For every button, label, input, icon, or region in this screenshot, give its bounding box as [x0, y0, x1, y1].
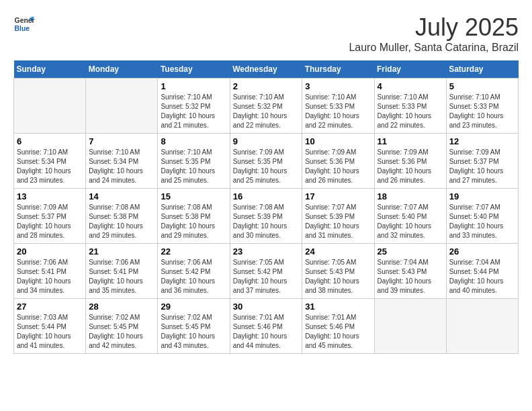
calendar-cell: 31Sunrise: 7:01 AM Sunset: 5:46 PM Dayli…	[302, 299, 374, 354]
day-number: 17	[305, 191, 371, 201]
weekday-header: Tuesday	[158, 60, 230, 79]
day-number: 2	[233, 81, 300, 91]
calendar-week-row: 1Sunrise: 7:10 AM Sunset: 5:32 PM Daylig…	[14, 79, 519, 134]
calendar-cell: 26Sunrise: 7:04 AM Sunset: 5:44 PM Dayli…	[446, 244, 518, 299]
calendar-table: SundayMondayTuesdayWednesdayThursdayFrid…	[13, 60, 519, 354]
day-number: 11	[378, 136, 443, 146]
calendar-cell: 25Sunrise: 7:04 AM Sunset: 5:43 PM Dayli…	[374, 244, 446, 299]
day-info: Sunrise: 7:02 AM Sunset: 5:45 PM Dayligh…	[161, 313, 226, 351]
day-number: 10	[305, 136, 371, 146]
calendar-cell: 20Sunrise: 7:06 AM Sunset: 5:41 PM Dayli…	[14, 244, 86, 299]
day-info: Sunrise: 7:07 AM Sunset: 5:40 PM Dayligh…	[378, 203, 443, 240]
day-number: 31	[305, 302, 371, 312]
day-info: Sunrise: 7:10 AM Sunset: 5:33 PM Dayligh…	[449, 93, 515, 130]
day-number: 9	[233, 136, 300, 146]
day-number: 25	[378, 246, 443, 257]
day-info: Sunrise: 7:10 AM Sunset: 5:34 PM Dayligh…	[17, 148, 83, 185]
day-info: Sunrise: 7:10 AM Sunset: 5:33 PM Dayligh…	[305, 93, 371, 130]
calendar-cell: 4Sunrise: 7:10 AM Sunset: 5:33 PM Daylig…	[374, 79, 446, 134]
calendar-cell: 16Sunrise: 7:08 AM Sunset: 5:39 PM Dayli…	[230, 189, 302, 244]
day-info: Sunrise: 7:10 AM Sunset: 5:33 PM Dayligh…	[378, 93, 443, 130]
calendar-cell	[374, 299, 446, 354]
calendar-cell: 3Sunrise: 7:10 AM Sunset: 5:33 PM Daylig…	[302, 79, 374, 134]
calendar-week-row: 20Sunrise: 7:06 AM Sunset: 5:41 PM Dayli…	[14, 244, 519, 299]
day-info: Sunrise: 7:10 AM Sunset: 5:32 PM Dayligh…	[233, 93, 300, 130]
day-info: Sunrise: 7:05 AM Sunset: 5:43 PM Dayligh…	[305, 258, 371, 295]
day-info: Sunrise: 7:09 AM Sunset: 5:35 PM Dayligh…	[233, 148, 300, 185]
day-info: Sunrise: 7:07 AM Sunset: 5:40 PM Dayligh…	[449, 203, 515, 240]
day-number: 16	[233, 191, 300, 201]
day-info: Sunrise: 7:01 AM Sunset: 5:46 PM Dayligh…	[305, 313, 371, 351]
day-info: Sunrise: 7:10 AM Sunset: 5:32 PM Dayligh…	[161, 93, 226, 130]
calendar-cell: 11Sunrise: 7:09 AM Sunset: 5:36 PM Dayli…	[374, 134, 446, 189]
day-number: 24	[305, 246, 371, 257]
calendar-cell: 18Sunrise: 7:07 AM Sunset: 5:40 PM Dayli…	[374, 189, 446, 244]
day-info: Sunrise: 7:06 AM Sunset: 5:42 PM Dayligh…	[161, 258, 226, 295]
svg-text:Blue: Blue	[15, 25, 30, 32]
calendar-cell: 23Sunrise: 7:05 AM Sunset: 5:42 PM Dayli…	[230, 244, 302, 299]
day-number: 5	[449, 81, 515, 91]
page-header: General Blue July 2025 Lauro Muller, San…	[13, 13, 519, 54]
day-number: 28	[89, 302, 154, 312]
calendar-cell: 29Sunrise: 7:02 AM Sunset: 5:45 PM Dayli…	[158, 299, 230, 354]
calendar-cell: 12Sunrise: 7:09 AM Sunset: 5:37 PM Dayli…	[446, 134, 518, 189]
calendar-cell: 10Sunrise: 7:09 AM Sunset: 5:36 PM Dayli…	[302, 134, 374, 189]
day-info: Sunrise: 7:08 AM Sunset: 5:38 PM Dayligh…	[161, 203, 226, 240]
day-number: 8	[161, 136, 226, 146]
day-info: Sunrise: 7:08 AM Sunset: 5:38 PM Dayligh…	[89, 203, 154, 240]
day-info: Sunrise: 7:04 AM Sunset: 5:43 PM Dayligh…	[378, 258, 443, 295]
day-number: 13	[17, 191, 83, 201]
day-info: Sunrise: 7:05 AM Sunset: 5:42 PM Dayligh…	[233, 258, 300, 295]
day-number: 23	[233, 246, 300, 257]
calendar-cell: 13Sunrise: 7:09 AM Sunset: 5:37 PM Dayli…	[14, 189, 86, 244]
calendar-cell: 21Sunrise: 7:06 AM Sunset: 5:41 PM Dayli…	[86, 244, 158, 299]
weekday-header-row: SundayMondayTuesdayWednesdayThursdayFrid…	[14, 60, 519, 79]
calendar-cell: 15Sunrise: 7:08 AM Sunset: 5:38 PM Dayli…	[158, 189, 230, 244]
day-info: Sunrise: 7:01 AM Sunset: 5:46 PM Dayligh…	[233, 313, 300, 351]
day-number: 14	[89, 191, 154, 201]
calendar-cell	[446, 299, 518, 354]
calendar-week-row: 6Sunrise: 7:10 AM Sunset: 5:34 PM Daylig…	[14, 134, 519, 189]
day-number: 6	[17, 136, 83, 146]
day-info: Sunrise: 7:08 AM Sunset: 5:39 PM Dayligh…	[233, 203, 300, 240]
day-number: 22	[161, 246, 226, 257]
day-info: Sunrise: 7:10 AM Sunset: 5:35 PM Dayligh…	[161, 148, 226, 185]
day-number: 3	[305, 81, 371, 91]
calendar-cell	[86, 79, 158, 134]
calendar-cell: 22Sunrise: 7:06 AM Sunset: 5:42 PM Dayli…	[158, 244, 230, 299]
day-info: Sunrise: 7:03 AM Sunset: 5:44 PM Dayligh…	[17, 313, 83, 351]
logo: General Blue	[13, 13, 35, 35]
calendar-cell	[14, 79, 86, 134]
day-info: Sunrise: 7:02 AM Sunset: 5:45 PM Dayligh…	[89, 313, 154, 351]
calendar-cell: 6Sunrise: 7:10 AM Sunset: 5:34 PM Daylig…	[14, 134, 86, 189]
weekday-header: Monday	[86, 60, 158, 79]
calendar-cell: 24Sunrise: 7:05 AM Sunset: 5:43 PM Dayli…	[302, 244, 374, 299]
title-area: July 2025 Lauro Muller, Santa Catarina, …	[349, 13, 519, 54]
weekday-header: Saturday	[446, 60, 518, 79]
logo-icon: General Blue	[13, 13, 35, 35]
location-subtitle: Lauro Muller, Santa Catarina, Brazil	[349, 42, 519, 54]
day-number: 26	[449, 246, 515, 257]
day-number: 21	[89, 246, 154, 257]
calendar-cell: 17Sunrise: 7:07 AM Sunset: 5:39 PM Dayli…	[302, 189, 374, 244]
calendar-cell: 28Sunrise: 7:02 AM Sunset: 5:45 PM Dayli…	[86, 299, 158, 354]
day-info: Sunrise: 7:06 AM Sunset: 5:41 PM Dayligh…	[89, 258, 154, 295]
calendar-cell: 19Sunrise: 7:07 AM Sunset: 5:40 PM Dayli…	[446, 189, 518, 244]
day-number: 19	[449, 191, 515, 201]
day-number: 15	[161, 191, 226, 201]
day-info: Sunrise: 7:09 AM Sunset: 5:37 PM Dayligh…	[449, 148, 515, 185]
day-info: Sunrise: 7:06 AM Sunset: 5:41 PM Dayligh…	[17, 258, 83, 295]
calendar-cell: 1Sunrise: 7:10 AM Sunset: 5:32 PM Daylig…	[158, 79, 230, 134]
calendar-cell: 5Sunrise: 7:10 AM Sunset: 5:33 PM Daylig…	[446, 79, 518, 134]
month-title: July 2025	[349, 13, 519, 42]
day-info: Sunrise: 7:07 AM Sunset: 5:39 PM Dayligh…	[305, 203, 371, 240]
calendar-cell: 2Sunrise: 7:10 AM Sunset: 5:32 PM Daylig…	[230, 79, 302, 134]
day-number: 18	[378, 191, 443, 201]
day-number: 1	[161, 81, 226, 91]
calendar-cell: 30Sunrise: 7:01 AM Sunset: 5:46 PM Dayli…	[230, 299, 302, 354]
day-info: Sunrise: 7:09 AM Sunset: 5:36 PM Dayligh…	[378, 148, 443, 185]
calendar-cell: 8Sunrise: 7:10 AM Sunset: 5:35 PM Daylig…	[158, 134, 230, 189]
day-info: Sunrise: 7:04 AM Sunset: 5:44 PM Dayligh…	[449, 258, 515, 295]
day-number: 7	[89, 136, 154, 146]
day-number: 30	[233, 302, 300, 312]
